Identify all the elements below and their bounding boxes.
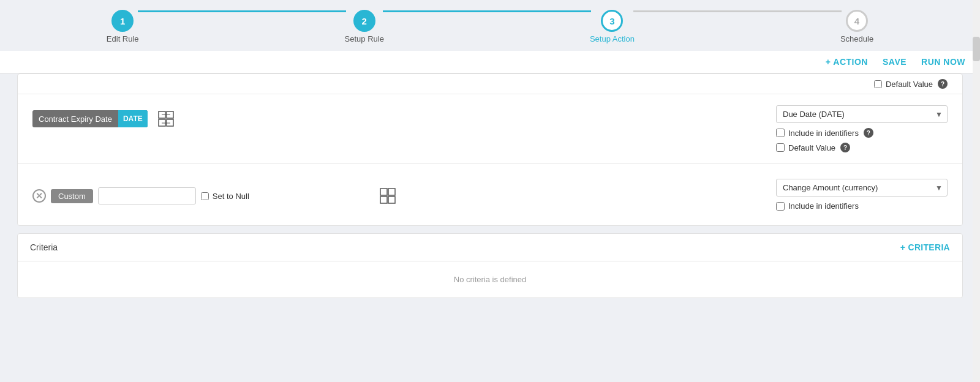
partial-header: Default Value ? — [18, 74, 962, 94]
step-line-2-3 — [383, 10, 591, 12]
step-3-label: Setup Action — [590, 34, 635, 43]
content-card: Default Value ? Contract Expiry Date DAT… — [17, 73, 963, 226]
main-area: Default Value ? Contract Expiry Date DAT… — [0, 73, 980, 298]
save-button[interactable]: SAVE — [883, 57, 907, 67]
svg-rect-8 — [380, 197, 387, 203]
svg-rect-7 — [388, 189, 395, 195]
step-1[interactable]: 1 Edit Rule — [107, 10, 139, 43]
default-value-top-label: Default Value — [886, 80, 933, 89]
contract-expiry-default-value-row: Default Value ? — [776, 143, 948, 152]
step-2-circle: 2 — [353, 10, 375, 32]
contract-expiry-default-value-label: Default Value — [788, 143, 835, 152]
criteria-section: Criteria + CRITERIA No criteria is defin… — [17, 233, 963, 298]
custom-badge[interactable]: Custom — [51, 189, 93, 203]
contract-expiry-badge: Contract Expiry Date DATE — [32, 110, 148, 127]
run-now-button[interactable]: RUN NOW — [921, 57, 965, 67]
default-value-top-checkbox[interactable] — [874, 80, 882, 88]
add-criteria-button[interactable]: + CRITERIA — [900, 242, 950, 252]
criteria-header: Criteria + CRITERIA — [18, 234, 962, 261]
step-2[interactable]: 2 Setup Rule — [345, 10, 384, 43]
custom-include-identifiers-label: Include in identifiers — [788, 201, 859, 211]
contract-expiry-include-identifiers-help-icon[interactable]: ? — [864, 128, 873, 138]
custom-dropdown-wrapper: Change Amount (currency) ▼ — [776, 179, 948, 197]
step-4-circle: 4 — [846, 10, 868, 32]
custom-row-left: ✕ Custom Set to Null — [32, 182, 766, 207]
scrollbar-thumb[interactable] — [973, 37, 980, 61]
contract-expiry-right: Due Date (DATE) ▼ Include in identifiers… — [776, 105, 948, 152]
custom-row: ✕ Custom Set to Null — [18, 164, 962, 225]
set-null-row: Set to Null — [201, 192, 249, 201]
step-1-circle: 1 — [111, 10, 134, 32]
set-null-label: Set to Null — [213, 192, 249, 201]
contract-expiry-include-identifiers-row: Include in identifiers ? — [776, 128, 948, 138]
contract-expiry-include-identifiers-label: Include in identifiers — [788, 129, 859, 138]
step-4[interactable]: 4 Schedule — [840, 10, 873, 43]
criteria-title: Criteria — [30, 242, 58, 252]
step-line-1-2 — [138, 10, 346, 12]
step-3-circle: 3 — [601, 10, 623, 32]
contract-expiry-dropdown[interactable]: Due Date (DATE) — [776, 105, 948, 123]
add-action-button[interactable]: + ACTION — [826, 57, 868, 67]
contract-expiry-field-name: Contract Expiry Date — [32, 114, 118, 124]
contract-expiry-default-value-checkbox[interactable] — [776, 143, 785, 152]
custom-text-input[interactable] — [98, 187, 196, 204]
custom-include-identifiers-checkbox[interactable] — [776, 202, 785, 211]
svg-rect-6 — [380, 189, 387, 195]
stepper: 1 Edit Rule 2 Setup Rule 3 Setup Action … — [0, 0, 980, 51]
step-line-3-4 — [633, 10, 842, 12]
contract-expiry-dropdown-wrapper: Due Date (DATE) ▼ — [776, 105, 948, 123]
contract-expiry-row: Contract Expiry Date DATE — [18, 94, 962, 164]
step-2-label: Setup Rule — [345, 34, 384, 43]
contract-expiry-default-value-help-icon[interactable]: ? — [840, 143, 850, 152]
scrollbar-track — [973, 0, 980, 382]
default-value-top-help-icon[interactable]: ? — [938, 79, 948, 89]
contract-expiry-include-identifiers-checkbox[interactable] — [776, 129, 785, 137]
step-1-label: Edit Rule — [107, 34, 139, 43]
custom-include-identifiers-row: Include in identifiers — [776, 201, 948, 211]
svg-rect-9 — [388, 197, 395, 203]
contract-expiry-mapping-icon[interactable] — [155, 108, 177, 130]
criteria-empty-message: No criteria is defined — [18, 261, 962, 298]
custom-mapping-icon[interactable] — [377, 185, 399, 207]
set-null-checkbox[interactable] — [201, 192, 209, 200]
custom-dropdown[interactable]: Change Amount (currency) — [776, 179, 948, 197]
step-4-label: Schedule — [840, 34, 873, 43]
toolbar: + ACTION SAVE RUN NOW — [0, 51, 980, 73]
custom-row-right: Change Amount (currency) ▼ Include in id… — [776, 179, 948, 211]
step-3[interactable]: 3 Setup Action — [590, 10, 635, 43]
contract-expiry-field-type: DATE — [118, 110, 148, 127]
remove-button[interactable]: ✕ — [32, 189, 46, 203]
contract-expiry-left: Contract Expiry Date DATE — [32, 105, 766, 130]
